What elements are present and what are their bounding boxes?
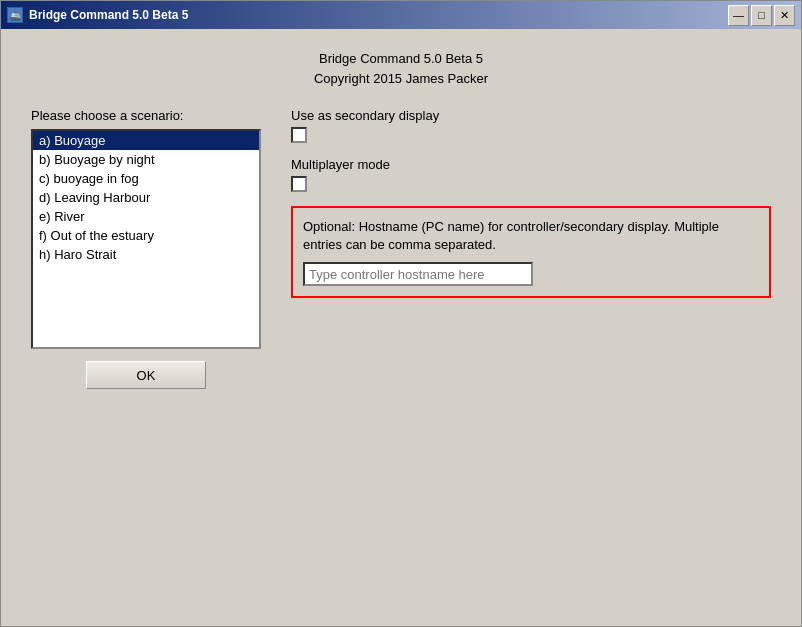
scenario-item-d[interactable]: d) Leaving Harbour [33,188,259,207]
close-button[interactable]: ✕ [774,5,795,26]
main-area: Please choose a scenario: a) Buoyageb) B… [31,108,771,606]
app-title-line1: Bridge Command 5.0 Beta 5 [31,49,771,69]
content-area: Bridge Command 5.0 Beta 5 Copyright 2015… [1,29,801,626]
scenario-item-c[interactable]: c) buoyage in fog [33,169,259,188]
secondary-display-label: Use as secondary display [291,108,771,123]
scenario-item-b[interactable]: b) Buoyage by night [33,150,259,169]
ok-btn-container: OK [31,361,261,389]
multiplayer-label: Multiplayer mode [291,157,771,172]
multiplayer-checkbox-wrapper [291,176,771,192]
title-bar: 🚢 Bridge Command 5.0 Beta 5 — □ ✕ [1,1,801,29]
scenario-list[interactable]: a) Buoyageb) Buoyage by nightc) buoyage … [31,129,261,349]
secondary-display-checkbox-wrapper [291,127,771,143]
hostname-box: Optional: Hostname (PC name) for control… [291,206,771,298]
scenario-item-h[interactable]: h) Haro Strait [33,245,259,264]
minimize-button[interactable]: — [728,5,749,26]
multiplayer-option: Multiplayer mode [291,157,771,192]
multiplayer-checkbox[interactable] [291,176,307,192]
app-header: Bridge Command 5.0 Beta 5 Copyright 2015… [31,49,771,88]
app-copyright-line2: Copyright 2015 James Packer [31,69,771,89]
window-title: Bridge Command 5.0 Beta 5 [29,8,188,22]
hostname-label: Optional: Hostname (PC name) for control… [303,218,759,254]
title-bar-left: 🚢 Bridge Command 5.0 Beta 5 [7,7,188,23]
secondary-display-checkbox[interactable] [291,127,307,143]
window-controls: — □ ✕ [728,5,795,26]
hostname-input[interactable] [303,262,533,286]
scenario-label: Please choose a scenario: [31,108,261,123]
main-window: 🚢 Bridge Command 5.0 Beta 5 — □ ✕ Bridge… [0,0,802,627]
app-icon: 🚢 [7,7,23,23]
scenario-item-f[interactable]: f) Out of the estuary [33,226,259,245]
secondary-display-option: Use as secondary display [291,108,771,143]
scenario-item-a[interactable]: a) Buoyage [33,131,259,150]
right-panel: Use as secondary display Multiplayer mod… [291,108,771,606]
scenario-item-e[interactable]: e) River [33,207,259,226]
ok-button[interactable]: OK [86,361,206,389]
maximize-button[interactable]: □ [751,5,772,26]
left-panel: Please choose a scenario: a) Buoyageb) B… [31,108,261,606]
